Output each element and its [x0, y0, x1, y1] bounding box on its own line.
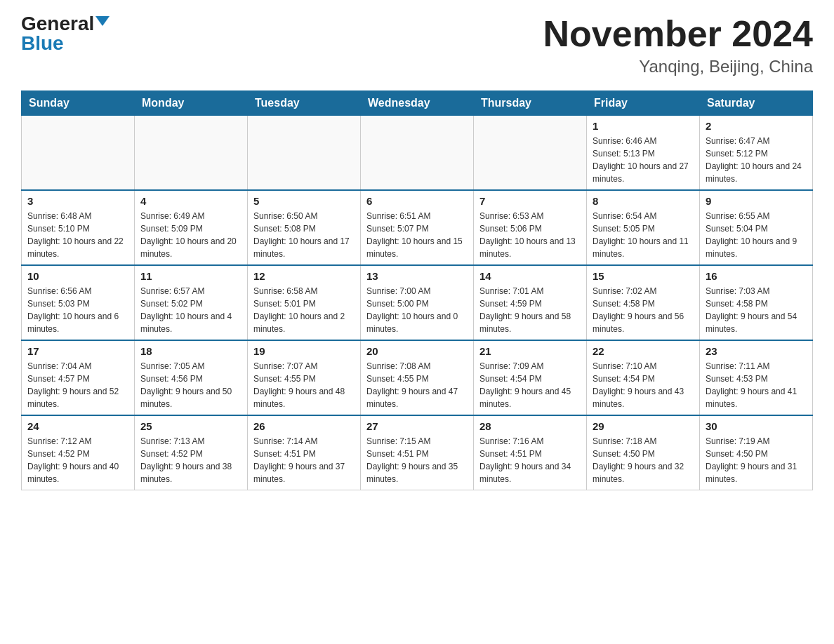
day-number: 3 — [27, 195, 128, 207]
calendar-cell: 10Sunrise: 6:56 AMSunset: 5:03 PMDayligh… — [22, 265, 135, 340]
calendar-cell: 24Sunrise: 7:12 AMSunset: 4:52 PMDayligh… — [22, 415, 135, 490]
day-number: 12 — [253, 270, 355, 282]
logo: General Blue — [21, 14, 110, 53]
day-info: Sunrise: 6:55 AMSunset: 5:04 PMDaylight:… — [706, 210, 807, 260]
day-number: 1 — [593, 120, 694, 132]
calendar-cell: 9Sunrise: 6:55 AMSunset: 5:04 PMDaylight… — [700, 190, 813, 265]
day-info: Sunrise: 7:15 AMSunset: 4:51 PMDaylight:… — [366, 435, 468, 485]
calendar-cell: 17Sunrise: 7:04 AMSunset: 4:57 PMDayligh… — [22, 340, 135, 415]
calendar-cell: 13Sunrise: 7:00 AMSunset: 5:00 PMDayligh… — [361, 265, 474, 340]
day-info: Sunrise: 7:16 AMSunset: 4:51 PMDaylight:… — [479, 435, 581, 485]
day-number: 8 — [593, 195, 694, 207]
day-info: Sunrise: 6:53 AMSunset: 5:06 PMDaylight:… — [479, 210, 581, 260]
calendar-cell — [361, 116, 474, 191]
calendar-cell: 25Sunrise: 7:13 AMSunset: 4:52 PMDayligh… — [135, 415, 248, 490]
calendar-cell — [474, 116, 587, 191]
day-number: 4 — [140, 195, 241, 207]
calendar-cell — [22, 116, 135, 191]
day-info: Sunrise: 7:10 AMSunset: 4:54 PMDaylight:… — [593, 360, 694, 410]
calendar-header-row: SundayMondayTuesdayWednesdayThursdayFrid… — [22, 91, 813, 116]
day-number: 17 — [27, 345, 128, 357]
day-info: Sunrise: 6:58 AMSunset: 5:01 PMDaylight:… — [253, 285, 355, 335]
calendar-cell: 19Sunrise: 7:07 AMSunset: 4:55 PMDayligh… — [248, 340, 361, 415]
day-number: 2 — [706, 120, 807, 132]
day-info: Sunrise: 7:13 AMSunset: 4:52 PMDaylight:… — [140, 435, 241, 485]
day-info: Sunrise: 7:14 AMSunset: 4:51 PMDaylight:… — [253, 435, 355, 485]
calendar-cell: 26Sunrise: 7:14 AMSunset: 4:51 PMDayligh… — [248, 415, 361, 490]
calendar-cell: 15Sunrise: 7:02 AMSunset: 4:58 PMDayligh… — [587, 265, 700, 340]
calendar-week-2: 3Sunrise: 6:48 AMSunset: 5:10 PMDaylight… — [22, 190, 813, 265]
day-number: 24 — [27, 420, 128, 432]
day-number: 19 — [253, 345, 355, 357]
calendar-cell: 11Sunrise: 6:57 AMSunset: 5:02 PMDayligh… — [135, 265, 248, 340]
day-header-saturday: Saturday — [700, 91, 813, 116]
day-number: 27 — [366, 420, 468, 432]
day-number: 18 — [140, 345, 241, 357]
calendar-cell: 14Sunrise: 7:01 AMSunset: 4:59 PMDayligh… — [474, 265, 587, 340]
calendar-title: November 2024 — [543, 14, 813, 54]
calendar-week-5: 24Sunrise: 7:12 AMSunset: 4:52 PMDayligh… — [22, 415, 813, 490]
day-number: 22 — [593, 345, 694, 357]
calendar-cell: 27Sunrise: 7:15 AMSunset: 4:51 PMDayligh… — [361, 415, 474, 490]
day-number: 25 — [140, 420, 241, 432]
day-number: 28 — [479, 420, 581, 432]
logo-general-text: General — [21, 14, 94, 34]
day-number: 5 — [253, 195, 355, 207]
title-block: November 2024 Yanqing, Beijing, China — [543, 14, 813, 76]
calendar-subtitle: Yanqing, Beijing, China — [543, 57, 813, 76]
page-header: General Blue November 2024 Yanqing, Beij… — [21, 14, 813, 76]
day-info: Sunrise: 7:19 AMSunset: 4:50 PMDaylight:… — [706, 435, 807, 485]
calendar-cell: 12Sunrise: 6:58 AMSunset: 5:01 PMDayligh… — [248, 265, 361, 340]
calendar-cell: 5Sunrise: 6:50 AMSunset: 5:08 PMDaylight… — [248, 190, 361, 265]
day-number: 21 — [479, 345, 581, 357]
day-number: 20 — [366, 345, 468, 357]
day-number: 13 — [366, 270, 468, 282]
calendar-cell: 22Sunrise: 7:10 AMSunset: 4:54 PMDayligh… — [587, 340, 700, 415]
day-number: 7 — [479, 195, 581, 207]
calendar-cell — [135, 116, 248, 191]
day-info: Sunrise: 6:49 AMSunset: 5:09 PMDaylight:… — [140, 210, 241, 260]
day-number: 26 — [253, 420, 355, 432]
calendar-cell: 1Sunrise: 6:46 AMSunset: 5:13 PMDaylight… — [587, 116, 700, 191]
day-info: Sunrise: 6:54 AMSunset: 5:05 PMDaylight:… — [593, 210, 694, 260]
day-info: Sunrise: 7:12 AMSunset: 4:52 PMDaylight:… — [27, 435, 128, 485]
calendar-cell: 4Sunrise: 6:49 AMSunset: 5:09 PMDaylight… — [135, 190, 248, 265]
day-number: 10 — [27, 270, 128, 282]
day-info: Sunrise: 6:47 AMSunset: 5:12 PMDaylight:… — [706, 135, 807, 185]
calendar-cell: 16Sunrise: 7:03 AMSunset: 4:58 PMDayligh… — [700, 265, 813, 340]
day-number: 11 — [140, 270, 241, 282]
day-info: Sunrise: 7:01 AMSunset: 4:59 PMDaylight:… — [479, 285, 581, 335]
calendar-cell: 20Sunrise: 7:08 AMSunset: 4:55 PMDayligh… — [361, 340, 474, 415]
day-number: 30 — [706, 420, 807, 432]
calendar-cell: 8Sunrise: 6:54 AMSunset: 5:05 PMDaylight… — [587, 190, 700, 265]
calendar-table: SundayMondayTuesdayWednesdayThursdayFrid… — [21, 90, 813, 490]
day-info: Sunrise: 7:02 AMSunset: 4:58 PMDaylight:… — [593, 285, 694, 335]
calendar-cell: 6Sunrise: 6:51 AMSunset: 5:07 PMDaylight… — [361, 190, 474, 265]
day-info: Sunrise: 6:50 AMSunset: 5:08 PMDaylight:… — [253, 210, 355, 260]
day-number: 9 — [706, 195, 807, 207]
day-info: Sunrise: 7:08 AMSunset: 4:55 PMDaylight:… — [366, 360, 468, 410]
day-info: Sunrise: 7:07 AMSunset: 4:55 PMDaylight:… — [253, 360, 355, 410]
day-number: 16 — [706, 270, 807, 282]
calendar-cell: 2Sunrise: 6:47 AMSunset: 5:12 PMDaylight… — [700, 116, 813, 191]
day-info: Sunrise: 7:18 AMSunset: 4:50 PMDaylight:… — [593, 435, 694, 485]
calendar-week-3: 10Sunrise: 6:56 AMSunset: 5:03 PMDayligh… — [22, 265, 813, 340]
day-header-tuesday: Tuesday — [248, 91, 361, 116]
calendar-cell: 18Sunrise: 7:05 AMSunset: 4:56 PMDayligh… — [135, 340, 248, 415]
day-info: Sunrise: 7:04 AMSunset: 4:57 PMDaylight:… — [27, 360, 128, 410]
day-info: Sunrise: 7:00 AMSunset: 5:00 PMDaylight:… — [366, 285, 468, 335]
logo-blue-text: Blue — [21, 34, 64, 53]
calendar-cell: 30Sunrise: 7:19 AMSunset: 4:50 PMDayligh… — [700, 415, 813, 490]
day-number: 14 — [479, 270, 581, 282]
calendar-cell: 23Sunrise: 7:11 AMSunset: 4:53 PMDayligh… — [700, 340, 813, 415]
calendar-week-4: 17Sunrise: 7:04 AMSunset: 4:57 PMDayligh… — [22, 340, 813, 415]
calendar-cell — [248, 116, 361, 191]
day-number: 23 — [706, 345, 807, 357]
day-info: Sunrise: 6:48 AMSunset: 5:10 PMDaylight:… — [27, 210, 128, 260]
day-number: 29 — [593, 420, 694, 432]
day-info: Sunrise: 6:57 AMSunset: 5:02 PMDaylight:… — [140, 285, 241, 335]
day-info: Sunrise: 6:56 AMSunset: 5:03 PMDaylight:… — [27, 285, 128, 335]
calendar-cell: 28Sunrise: 7:16 AMSunset: 4:51 PMDayligh… — [474, 415, 587, 490]
day-info: Sunrise: 7:05 AMSunset: 4:56 PMDaylight:… — [140, 360, 241, 410]
day-header-friday: Friday — [587, 91, 700, 116]
